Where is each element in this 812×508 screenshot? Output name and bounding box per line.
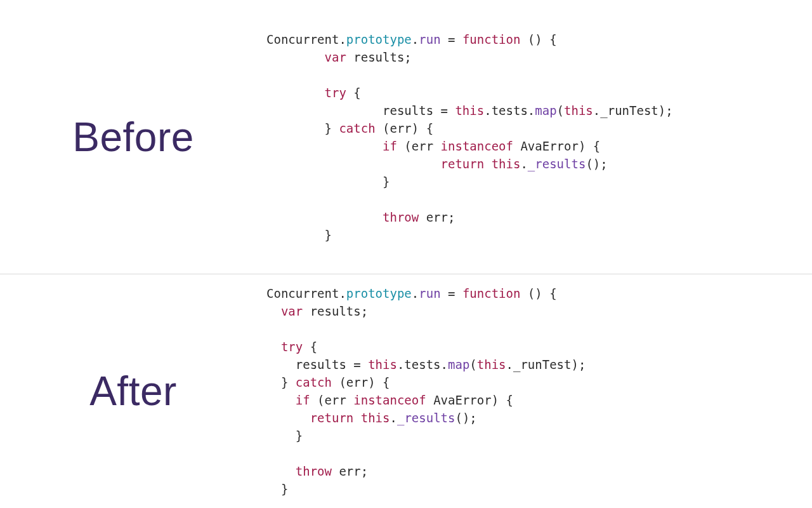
before-code-column: Concurrent.prototype.run = function () {…: [266, 19, 812, 255]
before-label-column: Before: [0, 114, 266, 161]
before-label: Before: [72, 114, 194, 161]
after-panel: After Concurrent.prototype.run = functio…: [0, 274, 812, 508]
before-code: Concurrent.prototype.run = function () {…: [266, 30, 812, 244]
after-code: Concurrent.prototype.run = function () {…: [266, 284, 812, 498]
before-panel: Before Concurrent.prototype.run = functi…: [0, 0, 812, 274]
after-label-column: After: [0, 368, 266, 415]
after-code-column: Concurrent.prototype.run = function () {…: [266, 273, 812, 508]
after-label: After: [89, 368, 177, 415]
